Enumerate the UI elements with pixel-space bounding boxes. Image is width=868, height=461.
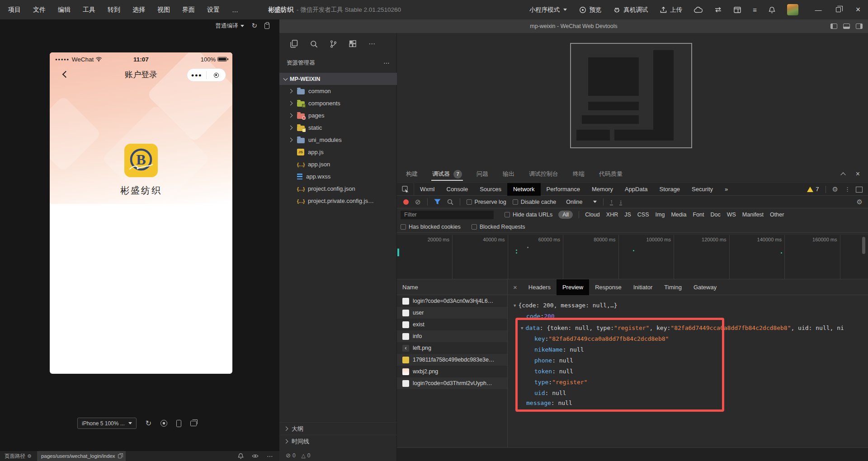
type-filter-other[interactable]: Other	[770, 212, 784, 218]
json-line[interactable]: token: null	[534, 367, 573, 376]
tree-root-mp-weixin[interactable]: MP-WEIXIN	[279, 73, 397, 85]
type-filter-media[interactable]: Media	[671, 212, 686, 218]
tree-item-uni_modules[interactable]: uni_modules	[279, 134, 397, 146]
clear-network-icon[interactable]: ⊘	[415, 198, 421, 205]
blocked-requests-checkbox[interactable]: Blocked Requests	[472, 224, 525, 230]
close-button[interactable]: ×	[848, 0, 868, 19]
device-selector-button[interactable]: iPhone 5 100% ...	[77, 418, 137, 429]
inspect-element-button[interactable]	[397, 183, 414, 196]
request-row[interactable]: login?code=0d3Acn0w3Hj4L6…	[397, 295, 507, 307]
json-line[interactable]: message: null	[526, 398, 572, 408]
devtools-tab-»[interactable]: »	[719, 183, 734, 196]
network-overview-timeline[interactable]: 20000 ms40000 ms60000 ms80000 ms100000 m…	[397, 235, 868, 279]
record-network-button[interactable]	[403, 199, 409, 205]
filter-input[interactable]: Filter	[401, 211, 494, 219]
menu-item[interactable]: 工具	[83, 6, 95, 14]
devtools-tab-memory[interactable]: Memory	[586, 183, 619, 196]
menu-item[interactable]: 界面	[182, 6, 195, 14]
hide-data-urls-checkbox[interactable]: Hide data URLs	[505, 212, 552, 218]
tree-item-project.private.config.js[interactable]: {…}project.private.config.js…	[279, 195, 397, 207]
settings-gear-icon[interactable]: ⚙	[832, 185, 838, 193]
tree-item-app.wxss[interactable]: app.wxss	[279, 170, 397, 183]
json-line[interactable]: ▼data: {token: null, type: "register", k…	[527, 323, 844, 333]
cloud-icon[interactable]	[694, 7, 703, 13]
kebab-menu-icon[interactable]: ⋮	[844, 186, 850, 193]
alert-bell-icon[interactable]	[238, 453, 244, 459]
notification-bell-icon[interactable]	[769, 6, 775, 14]
close-icon[interactable]: ×	[856, 170, 860, 178]
request-row[interactable]: wxbj2.png	[397, 366, 507, 377]
more-icon[interactable]: ⋯	[383, 59, 390, 66]
request-row[interactable]: ‹left.png	[397, 342, 507, 354]
debugger-tab-输出[interactable]: 输出	[503, 165, 514, 183]
device-frame-icon[interactable]	[176, 420, 181, 427]
filter-all-pill[interactable]: All	[558, 211, 573, 219]
debugger-tab-构建[interactable]: 构建	[406, 165, 418, 183]
detail-tab-timing[interactable]: Timing	[658, 279, 688, 295]
type-filter-img[interactable]: Img	[656, 212, 665, 218]
export-har-icon[interactable]: ↓	[619, 198, 623, 205]
devtools-tab-network[interactable]: Network	[507, 183, 541, 196]
json-line[interactable]: type: "register"	[534, 377, 587, 387]
detail-tab-gateway[interactable]: Gateway	[688, 279, 722, 295]
search-icon[interactable]	[310, 40, 318, 48]
devtools-tab-storage[interactable]: Storage	[654, 183, 686, 196]
name-column-header[interactable]: Name	[397, 279, 507, 295]
type-filter-js[interactable]: JS	[624, 212, 631, 218]
warnings-indicator[interactable]: 7	[807, 186, 819, 193]
clipboard-icon[interactable]	[264, 23, 269, 29]
toggle-right-panel-icon[interactable]	[856, 24, 863, 29]
devtools-tab-appdata[interactable]: AppData	[619, 183, 654, 196]
close-detail-icon[interactable]: ×	[508, 283, 523, 291]
more-icon[interactable]: ⋯	[368, 40, 375, 48]
restore-button[interactable]	[828, 0, 848, 19]
capsule-close-button[interactable]	[207, 73, 226, 78]
detail-tab-response[interactable]: Response	[589, 279, 627, 295]
tree-item-project.config.json[interactable]: {…}project.config.json	[279, 183, 397, 195]
detail-tab-headers[interactable]: Headers	[523, 279, 557, 295]
preview-button[interactable]: 预览	[579, 6, 601, 14]
request-row[interactable]: info	[397, 330, 507, 342]
json-line[interactable]: nikeName: null	[534, 345, 584, 354]
devtools-tab-security[interactable]: Security	[686, 183, 719, 196]
recompile-icon[interactable]: ↻	[251, 22, 257, 30]
page-path-tab[interactable]: pages/users/wechat_login/index	[37, 451, 126, 461]
devtools-tab-performance[interactable]: Performance	[541, 183, 586, 196]
throttling-dropdown[interactable]: Online	[562, 199, 597, 205]
network-settings-gear-icon[interactable]: ⚙	[857, 196, 863, 208]
tree-item-app.json[interactable]: {…}app.json	[279, 158, 397, 170]
compile-mode-dropdown[interactable]: 普通编译	[215, 22, 244, 30]
debugger-tab-调试器[interactable]: 调试器7	[432, 165, 462, 183]
files-icon[interactable]	[290, 40, 298, 48]
disable-cache-checkbox[interactable]: Disable cache	[513, 199, 557, 205]
request-row[interactable]: 179811fa758c499ebdc983e3e…	[397, 354, 507, 366]
tree-item-components[interactable]: components	[279, 97, 397, 109]
json-line[interactable]: ▼{code: 200, message: null,…}	[520, 301, 618, 310]
request-row[interactable]: login?code=0d3Thrml2vUyph…	[397, 377, 507, 389]
devtools-tab-wxml[interactable]: Wxml	[414, 183, 441, 196]
devtools-tab-console[interactable]: Console	[441, 183, 474, 196]
detail-tab-preview[interactable]: Preview	[557, 279, 589, 295]
type-filter-css[interactable]: CSS	[637, 212, 649, 218]
eye-icon[interactable]	[252, 454, 259, 458]
type-filter-cloud[interactable]: Cloud	[585, 212, 600, 218]
request-row[interactable]: user	[397, 307, 507, 319]
debugger-tab-终端[interactable]: 终端	[573, 165, 585, 183]
sync-icon[interactable]	[714, 7, 722, 13]
debugger-tab-调试控制台[interactable]: 调试控制台	[529, 165, 558, 183]
multi-window-icon[interactable]	[190, 421, 197, 426]
section-时间线[interactable]: 时间线	[279, 435, 397, 447]
has-blocked-cookies-checkbox[interactable]: Has blocked cookies	[401, 224, 461, 230]
type-filter-doc[interactable]: Doc	[710, 212, 720, 218]
debugger-tab-代码质量[interactable]: 代码质量	[599, 165, 623, 183]
devtools-tab-sources[interactable]: Sources	[474, 183, 507, 196]
detail-tab-initiator[interactable]: Initiator	[627, 279, 659, 295]
collapse-panel-icon[interactable]	[840, 172, 845, 177]
search-network-icon[interactable]	[447, 199, 453, 205]
tree-item-common[interactable]: common	[279, 85, 397, 97]
import-har-icon[interactable]: ↑	[610, 198, 613, 205]
json-line[interactable]: uid: null	[534, 388, 566, 398]
upload-button[interactable]: 上传	[660, 6, 682, 14]
copy-icon[interactable]	[118, 454, 122, 458]
section-大纲[interactable]: 大纲	[279, 422, 397, 435]
